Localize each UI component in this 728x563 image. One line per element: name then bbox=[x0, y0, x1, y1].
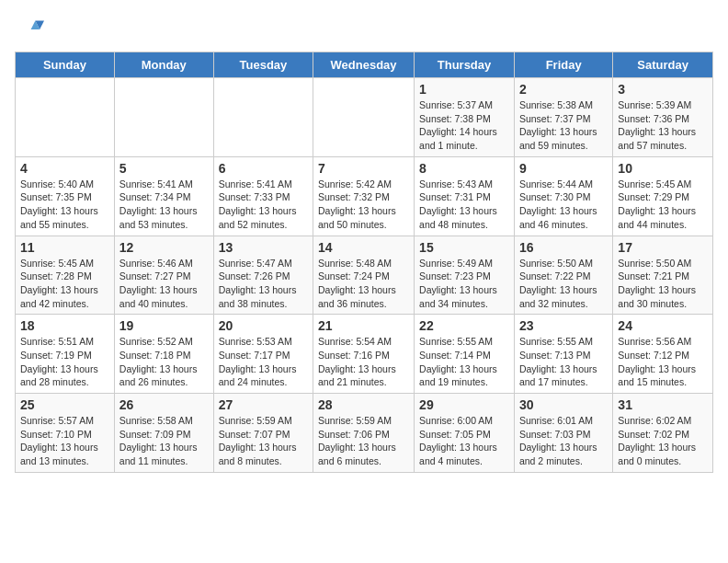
calendar-cell: 23Sunrise: 5:55 AM Sunset: 7:13 PM Dayli… bbox=[514, 315, 612, 394]
calendar-cell: 21Sunrise: 5:54 AM Sunset: 7:16 PM Dayli… bbox=[313, 315, 415, 394]
day-number: 28 bbox=[318, 397, 409, 412]
day-info: Sunrise: 5:55 AM Sunset: 7:13 PM Dayligh… bbox=[519, 335, 608, 389]
day-number: 17 bbox=[618, 240, 708, 255]
day-info: Sunrise: 5:51 AM Sunset: 7:19 PM Dayligh… bbox=[20, 335, 109, 389]
day-info: Sunrise: 5:46 AM Sunset: 7:27 PM Dayligh… bbox=[119, 257, 209, 311]
calendar-cell: 7Sunrise: 5:42 AM Sunset: 7:32 PM Daylig… bbox=[313, 156, 415, 236]
day-number: 14 bbox=[318, 240, 409, 255]
calendar-week-row: 25Sunrise: 5:57 AM Sunset: 7:10 PM Dayli… bbox=[16, 394, 713, 473]
day-number: 30 bbox=[519, 397, 608, 412]
day-number: 16 bbox=[519, 240, 608, 255]
day-number: 11 bbox=[20, 240, 109, 255]
day-of-week-header: Thursday bbox=[415, 52, 515, 78]
day-info: Sunrise: 6:00 AM Sunset: 7:05 PM Dayligh… bbox=[419, 414, 509, 468]
logo bbox=[15, 15, 48, 44]
day-number: 10 bbox=[618, 161, 708, 176]
calendar-cell: 22Sunrise: 5:55 AM Sunset: 7:14 PM Dayli… bbox=[415, 315, 515, 394]
day-number: 9 bbox=[519, 161, 608, 176]
calendar-cell: 8Sunrise: 5:43 AM Sunset: 7:31 PM Daylig… bbox=[415, 156, 515, 236]
day-info: Sunrise: 5:45 AM Sunset: 7:28 PM Dayligh… bbox=[20, 257, 109, 311]
day-info: Sunrise: 5:57 AM Sunset: 7:10 PM Dayligh… bbox=[20, 414, 109, 468]
calendar-week-row: 4Sunrise: 5:40 AM Sunset: 7:35 PM Daylig… bbox=[16, 156, 713, 236]
calendar-week-row: 18Sunrise: 5:51 AM Sunset: 7:19 PM Dayli… bbox=[16, 315, 713, 394]
calendar-cell: 25Sunrise: 5:57 AM Sunset: 7:10 PM Dayli… bbox=[16, 394, 115, 473]
calendar-cell: 27Sunrise: 5:59 AM Sunset: 7:07 PM Dayli… bbox=[213, 394, 313, 473]
day-of-week-header: Saturday bbox=[613, 52, 713, 78]
day-number: 19 bbox=[119, 318, 209, 333]
calendar-cell: 29Sunrise: 6:00 AM Sunset: 7:05 PM Dayli… bbox=[415, 394, 515, 473]
day-number: 24 bbox=[618, 318, 708, 333]
calendar-cell: 26Sunrise: 5:58 AM Sunset: 7:09 PM Dayli… bbox=[114, 394, 213, 473]
day-number: 26 bbox=[119, 397, 209, 412]
day-info: Sunrise: 5:59 AM Sunset: 7:07 PM Dayligh… bbox=[219, 414, 308, 468]
day-number: 1 bbox=[419, 82, 509, 97]
day-info: Sunrise: 5:44 AM Sunset: 7:30 PM Dayligh… bbox=[519, 178, 608, 232]
day-number: 23 bbox=[519, 318, 608, 333]
calendar-cell: 19Sunrise: 5:52 AM Sunset: 7:18 PM Dayli… bbox=[114, 315, 213, 394]
day-number: 13 bbox=[219, 240, 308, 255]
calendar-header-row: SundayMondayTuesdayWednesdayThursdayFrid… bbox=[16, 52, 713, 78]
calendar-cell: 28Sunrise: 5:59 AM Sunset: 7:06 PM Dayli… bbox=[313, 394, 415, 473]
day-number: 29 bbox=[419, 397, 509, 412]
day-info: Sunrise: 5:43 AM Sunset: 7:31 PM Dayligh… bbox=[419, 178, 509, 232]
day-of-week-header: Sunday bbox=[16, 52, 115, 78]
calendar-cell bbox=[114, 78, 213, 157]
day-number: 7 bbox=[318, 161, 409, 176]
day-info: Sunrise: 6:02 AM Sunset: 7:02 PM Dayligh… bbox=[618, 414, 708, 468]
calendar-cell: 30Sunrise: 6:01 AM Sunset: 7:03 PM Dayli… bbox=[514, 394, 612, 473]
day-of-week-header: Wednesday bbox=[313, 52, 415, 78]
logo-icon bbox=[15, 15, 44, 44]
day-info: Sunrise: 5:38 AM Sunset: 7:37 PM Dayligh… bbox=[519, 98, 608, 153]
day-number: 2 bbox=[519, 82, 608, 97]
calendar-week-row: 1Sunrise: 5:37 AM Sunset: 7:38 PM Daylig… bbox=[16, 78, 713, 157]
day-info: Sunrise: 5:47 AM Sunset: 7:26 PM Dayligh… bbox=[219, 257, 308, 311]
calendar-cell bbox=[16, 78, 115, 157]
day-number: 4 bbox=[20, 161, 109, 176]
calendar-table: SundayMondayTuesdayWednesdayThursdayFrid… bbox=[15, 52, 713, 473]
day-info: Sunrise: 5:56 AM Sunset: 7:12 PM Dayligh… bbox=[618, 335, 708, 389]
day-info: Sunrise: 5:45 AM Sunset: 7:29 PM Dayligh… bbox=[618, 178, 708, 232]
calendar-cell: 12Sunrise: 5:46 AM Sunset: 7:27 PM Dayli… bbox=[114, 236, 213, 315]
calendar-cell: 6Sunrise: 5:41 AM Sunset: 7:33 PM Daylig… bbox=[213, 156, 313, 236]
calendar-cell: 20Sunrise: 5:53 AM Sunset: 7:17 PM Dayli… bbox=[213, 315, 313, 394]
calendar-cell: 3Sunrise: 5:39 AM Sunset: 7:36 PM Daylig… bbox=[613, 78, 713, 157]
calendar-cell: 5Sunrise: 5:41 AM Sunset: 7:34 PM Daylig… bbox=[114, 156, 213, 236]
calendar-week-row: 11Sunrise: 5:45 AM Sunset: 7:28 PM Dayli… bbox=[16, 236, 713, 315]
calendar-cell: 17Sunrise: 5:50 AM Sunset: 7:21 PM Dayli… bbox=[613, 236, 713, 315]
calendar-cell: 13Sunrise: 5:47 AM Sunset: 7:26 PM Dayli… bbox=[213, 236, 313, 315]
day-info: Sunrise: 5:49 AM Sunset: 7:23 PM Dayligh… bbox=[419, 257, 509, 311]
day-number: 31 bbox=[618, 397, 708, 412]
day-info: Sunrise: 5:53 AM Sunset: 7:17 PM Dayligh… bbox=[219, 335, 308, 389]
day-info: Sunrise: 5:40 AM Sunset: 7:35 PM Dayligh… bbox=[20, 178, 109, 232]
calendar-cell: 2Sunrise: 5:38 AM Sunset: 7:37 PM Daylig… bbox=[514, 78, 612, 157]
day-number: 18 bbox=[20, 318, 109, 333]
calendar-cell bbox=[213, 78, 313, 157]
day-info: Sunrise: 5:55 AM Sunset: 7:14 PM Dayligh… bbox=[419, 335, 509, 389]
day-of-week-header: Tuesday bbox=[213, 52, 313, 78]
page-header bbox=[15, 15, 713, 44]
day-of-week-header: Monday bbox=[114, 52, 213, 78]
day-number: 25 bbox=[20, 397, 109, 412]
day-number: 5 bbox=[119, 161, 209, 176]
day-number: 8 bbox=[419, 161, 509, 176]
day-info: Sunrise: 5:42 AM Sunset: 7:32 PM Dayligh… bbox=[318, 178, 409, 232]
day-info: Sunrise: 5:41 AM Sunset: 7:33 PM Dayligh… bbox=[219, 178, 308, 232]
day-number: 27 bbox=[219, 397, 308, 412]
calendar-cell: 10Sunrise: 5:45 AM Sunset: 7:29 PM Dayli… bbox=[613, 156, 713, 236]
calendar-cell: 31Sunrise: 6:02 AM Sunset: 7:02 PM Dayli… bbox=[613, 394, 713, 473]
day-number: 22 bbox=[419, 318, 509, 333]
day-info: Sunrise: 5:58 AM Sunset: 7:09 PM Dayligh… bbox=[119, 414, 209, 468]
calendar-cell: 9Sunrise: 5:44 AM Sunset: 7:30 PM Daylig… bbox=[514, 156, 612, 236]
day-info: Sunrise: 5:52 AM Sunset: 7:18 PM Dayligh… bbox=[119, 335, 209, 389]
calendar-cell: 24Sunrise: 5:56 AM Sunset: 7:12 PM Dayli… bbox=[613, 315, 713, 394]
calendar-cell: 18Sunrise: 5:51 AM Sunset: 7:19 PM Dayli… bbox=[16, 315, 115, 394]
calendar-cell: 1Sunrise: 5:37 AM Sunset: 7:38 PM Daylig… bbox=[415, 78, 515, 157]
day-info: Sunrise: 5:39 AM Sunset: 7:36 PM Dayligh… bbox=[618, 98, 708, 153]
day-info: Sunrise: 5:48 AM Sunset: 7:24 PM Dayligh… bbox=[318, 257, 409, 311]
calendar-cell: 15Sunrise: 5:49 AM Sunset: 7:23 PM Dayli… bbox=[415, 236, 515, 315]
calendar-cell: 11Sunrise: 5:45 AM Sunset: 7:28 PM Dayli… bbox=[16, 236, 115, 315]
day-info: Sunrise: 5:50 AM Sunset: 7:21 PM Dayligh… bbox=[618, 257, 708, 311]
calendar-cell: 16Sunrise: 5:50 AM Sunset: 7:22 PM Dayli… bbox=[514, 236, 612, 315]
day-info: Sunrise: 5:54 AM Sunset: 7:16 PM Dayligh… bbox=[318, 335, 409, 389]
day-number: 15 bbox=[419, 240, 509, 255]
